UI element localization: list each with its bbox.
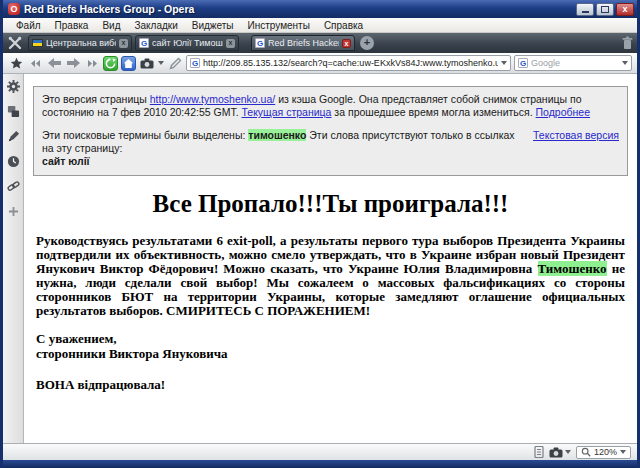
widgets-panel-button[interactable] (5, 103, 21, 119)
tab-close-icon[interactable]: x (119, 39, 128, 48)
ukraine-flag-icon (32, 39, 43, 47)
magnifier-icon (581, 447, 591, 457)
fast-forward-button[interactable] (84, 55, 100, 71)
browser-window: O Red Briefs Hackers Group - Opera x Фай… (0, 0, 640, 468)
tab-bar: Центральна виборча к... x G сайт Юлії Ти… (3, 33, 637, 53)
panels-toggle-button[interactable] (6, 35, 24, 51)
menu-help[interactable]: Справка (317, 20, 370, 31)
menu-tools[interactable]: Инструменты (241, 20, 317, 31)
bookmark-star-button[interactable] (8, 55, 24, 71)
tab-close-icon[interactable]: x (226, 39, 235, 48)
history-panel-button[interactable] (5, 153, 21, 169)
google-favicon-icon: G (518, 58, 528, 68)
rewind-icon (30, 59, 41, 68)
page-title: Все Пропало!!!Ты проиграла!!! (36, 190, 625, 218)
url-text: http://209.85.135.132/search?q=cache:uw-… (203, 58, 498, 68)
cached-site-link[interactable]: http://www.tymoshenko.ua/ (150, 93, 275, 105)
tab-tymoshenko-site[interactable]: G сайт Юлії Тимошенко - ... x (135, 35, 239, 51)
opera-logo-icon: O (8, 3, 20, 15)
windows-icon (7, 105, 20, 118)
zoom-control[interactable]: 120% (576, 446, 631, 459)
pen-icon (7, 130, 20, 143)
search-dropdown-caret[interactable] (622, 61, 628, 65)
paragraph-emphasis: СМИРИТЕСЬ С ПОРАЖЕНИЕМ! (166, 303, 370, 318)
fit-dropdown-caret[interactable] (565, 450, 571, 454)
reload-icon (105, 58, 116, 69)
back-button[interactable] (46, 55, 62, 71)
menu-edit[interactable]: Правка (48, 20, 96, 31)
forward-button[interactable] (65, 55, 81, 71)
menu-bookmarks[interactable]: Закладки (127, 20, 184, 31)
closing-line: ВОНА відпрацювала! (36, 377, 625, 393)
signature-line: сторонники Виктора Януковича (36, 346, 625, 361)
minimize-button[interactable] (576, 3, 594, 16)
main-paragraph: Руководствуясь результатами 6 exit-poll,… (36, 234, 625, 318)
zoom-level: 120% (594, 447, 617, 457)
text-version-link[interactable]: Текстовая версия (533, 129, 619, 142)
cache-text: за прошедшее время могла измениться. (331, 106, 535, 118)
plus-icon (9, 207, 18, 216)
tab-central-election[interactable]: Центральна виборча к... x (28, 35, 132, 51)
main-area: Это версия страницы http://www.tymoshenk… (3, 74, 637, 443)
panel-selector (3, 74, 24, 443)
google-favicon-icon: G (190, 58, 200, 68)
google-favicon-icon: G (255, 38, 265, 48)
reload-button[interactable] (103, 56, 118, 71)
url-dropdown-caret[interactable] (501, 61, 507, 65)
menu-widgets[interactable]: Виджеты (185, 20, 241, 31)
star-icon (10, 57, 23, 70)
page-content: Это версия страницы http://www.tymoshenk… (24, 74, 637, 443)
cache-text: Это версия страницы (42, 93, 150, 105)
gear-icon (7, 80, 20, 93)
zoom-dropdown-caret[interactable] (620, 450, 626, 454)
minimize-icon (582, 11, 589, 13)
title-bar[interactable]: O Red Briefs Hackers Group - Opera x (3, 0, 637, 18)
fast-forward-icon (87, 59, 98, 68)
details-link[interactable]: Подробнее (536, 106, 590, 118)
new-tab-button[interactable]: + (360, 36, 374, 50)
google-favicon-icon: G (139, 38, 149, 48)
clock-icon (7, 155, 20, 168)
tab-label: сайт Юлії Тимошенко - ... (152, 38, 223, 48)
signature-block: С уважением, сторонники Виктора Янукович… (36, 331, 625, 361)
address-bar: G http://209.85.135.132/search?q=cache:u… (3, 53, 637, 74)
home-icon (123, 58, 134, 69)
maximize-icon (601, 6, 609, 13)
window-title: Red Briefs Hackers Group - Opera (24, 3, 574, 15)
capture-dropdown-caret[interactable] (158, 61, 164, 65)
signature-line: С уважением, (36, 331, 625, 346)
capture-button[interactable] (139, 55, 155, 71)
tab-label: Центральна виборча к... (46, 38, 116, 48)
notes-button[interactable] (167, 55, 183, 71)
cache-text: Эти поисковые термины были выделены: (42, 129, 248, 141)
rewind-button[interactable] (27, 55, 43, 71)
back-arrow-icon (48, 58, 61, 68)
page-view-icon[interactable] (534, 446, 544, 458)
camera-icon (140, 58, 154, 69)
search-query-terms: сайт юлії (42, 155, 619, 168)
highlighted-term: тимошенко (248, 129, 306, 141)
tab-red-briefs-active[interactable]: G Red Briefs Hackers Group x (251, 35, 355, 51)
links-panel-button[interactable] (5, 178, 21, 194)
cache-terms-line: Текстовая версия Эти поисковые термины б… (42, 129, 619, 168)
add-panel-button[interactable] (5, 203, 21, 219)
menu-view[interactable]: Вид (95, 20, 127, 31)
trash-icon[interactable] (621, 36, 634, 50)
tab-label: Red Briefs Hackers Group (268, 38, 339, 48)
url-field[interactable]: G http://209.85.135.132/search?q=cache:u… (186, 55, 511, 71)
search-placeholder: Google (531, 58, 619, 68)
close-button[interactable]: x (616, 3, 634, 16)
menu-bar: Файл Правка Вид Закладки Виджеты Инструм… (3, 18, 637, 33)
menu-file[interactable]: Файл (9, 20, 48, 31)
maximize-button[interactable] (596, 3, 614, 16)
search-field[interactable]: G Google (514, 55, 632, 71)
camera-icon[interactable] (549, 447, 563, 458)
tab-close-icon[interactable]: x (342, 39, 351, 48)
google-cache-notice: Это версия страницы http://www.tymoshenk… (33, 86, 628, 176)
defaced-page-body: Все Пропало!!!Ты проиграла!!! Руководств… (33, 190, 628, 393)
home-button[interactable] (121, 56, 136, 71)
notes-panel-button[interactable] (5, 128, 21, 144)
pencil-icon (169, 57, 182, 70)
settings-panel-button[interactable] (5, 78, 21, 94)
current-page-link[interactable]: Текущая страница (241, 106, 331, 118)
